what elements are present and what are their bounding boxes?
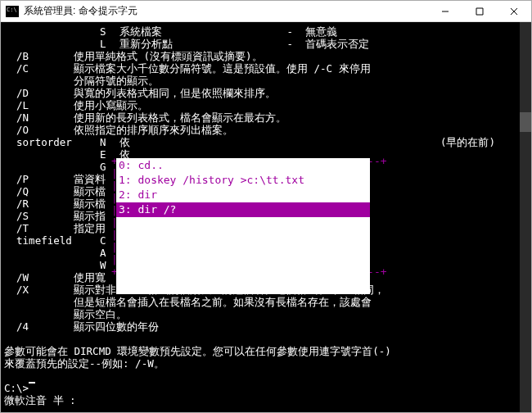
switch-q: /Q [16,185,29,197]
cmd-icon [6,6,19,17]
scrollbar-thumb[interactable] [520,112,531,132]
cursor [29,382,35,384]
switch-d: /D [16,87,29,99]
history-item-2[interactable]: 2: dir [116,188,370,202]
footer-line-2: 來覆蓋預先的設定--例如: /-W。 [4,357,165,370]
window-title: 系統管理員: 命令提示字元 [24,4,138,18]
footer-line-1: 參數可能會在 DIRCMD 環境變數預先設定。您可以在任何參數使用連字號字首(-… [4,345,391,357]
terminal[interactable]: S 系統檔案- 無意義 L 重新分析點- 首碼表示否定 /B使用單純格式 (沒有… [1,22,531,412]
text-b: 使用單純格式 (沒有標頭資訊或摘要)。 [74,50,263,62]
text-n: 使用新的長列表格式，檔名會顯示在最右方。 [74,111,286,124]
switch-n: /N [16,111,29,124]
switch-timefield: timefield [16,234,72,247]
titlebar[interactable]: 系統管理員: 命令提示字元 [1,1,531,22]
text-c: 顯示檔案大小千位數分隔符號。這是預設值。使用 /-C 來停用 [74,62,371,75]
close-button[interactable] [497,1,531,21]
switch-c: /C [16,62,29,75]
text-d: 與寬的列表格式相同，但是依照欄來排序。 [74,87,276,99]
text-s: 系統檔案 [119,25,162,38]
text-o: 依照指定的排序順序來列出檔案。 [74,124,233,136]
history-item-0[interactable]: 0: cd.. [116,158,370,173]
switch-x: /X [16,284,29,296]
text-4: 顯示四位數的年份 [74,320,159,333]
switch-sortorder: sortorder [16,136,72,148]
opt-l: L [100,38,113,50]
switch-o: /O [16,124,29,136]
window: 系統管理員: 命令提示字元 S 系統檔案- 無意義 L 重新分析點- 首碼表示否… [0,0,532,413]
minimize-button[interactable] [428,1,462,21]
switch-l2: /L [16,99,29,111]
switch-r: /R [16,197,29,210]
opt-s: S [100,25,113,38]
switch-t: /T [16,222,29,234]
switch-4: /4 [16,320,29,333]
switch-w: /W [16,271,29,284]
history-item-1[interactable]: 1: doskey /history >c:\tt.txt [116,173,370,188]
switch-b: /B [16,50,29,62]
switch-p: /P [16,173,29,185]
scrollbar[interactable] [520,22,531,412]
text-l2: 使用小寫顯示。 [74,99,148,111]
switch-s2: /S [16,210,29,222]
history-popup[interactable]: 0: cd.. 1: doskey /history >c:\tt.txt 2:… [116,158,370,294]
window-buttons [428,1,531,21]
maximize-button[interactable] [462,1,497,21]
prompt: C:\> [4,382,29,394]
history-item-3[interactable]: 3: dir /? [116,202,370,217]
text-l: 重新分析點 [119,38,173,50]
ime-status: 微軟注音 半 : [4,394,76,406]
